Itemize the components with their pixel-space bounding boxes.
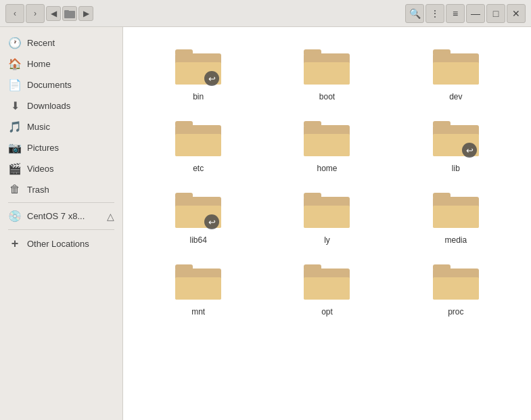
sidebar-home-label: Home: [27, 59, 51, 69]
sidebar-location-other-locations[interactable]: + Other Locations: [0, 233, 122, 255]
sidebar-trash-label: Trash: [27, 185, 49, 195]
file-item-proc[interactable]: proc: [419, 256, 493, 322]
folder-svg: [174, 261, 223, 302]
svg-rect-43: [433, 277, 479, 300]
nav-forward-icon: ›: [34, 9, 37, 18]
close-icon: ✕: [512, 8, 520, 19]
titlebar: ‹ › ◀ ▶ 🔍 ⋮ ≡ — □ ✕: [0, 0, 531, 27]
folder-icon-etc: [174, 118, 223, 161]
nav-back-icon: ‹: [14, 9, 16, 18]
sidebar-home-icon: 🏠: [8, 57, 22, 70]
nav-next-button[interactable]: ▶: [78, 6, 93, 21]
sidebar-divider-1: [8, 202, 114, 203]
svg-rect-9: [304, 62, 350, 85]
device-centos-label: CentOS 7 x8...: [27, 211, 85, 221]
sidebar-item-videos[interactable]: 🎬 Videos: [0, 158, 122, 179]
search-button[interactable]: 🔍: [405, 4, 424, 23]
sidebar-pictures-icon: 📷: [8, 141, 22, 154]
folder-icon: [64, 9, 75, 18]
file-label-home: home: [317, 164, 337, 173]
folder-icon-bin: ↩: [174, 46, 223, 89]
file-item-opt[interactable]: opt: [290, 256, 364, 322]
nav-forward-button[interactable]: ›: [26, 4, 45, 23]
file-label-lib: lib: [452, 164, 460, 173]
sidebar-pictures-label: Pictures: [27, 143, 59, 153]
minimize-button[interactable]: —: [466, 4, 485, 23]
folder-svg: [432, 46, 480, 87]
sidebar-item-pictures[interactable]: 📷 Pictures: [0, 137, 122, 158]
folder-icon-media: [432, 189, 480, 233]
svg-text:↩: ↩: [208, 217, 216, 227]
svg-text:↩: ↩: [208, 74, 216, 84]
sidebar-device-centos[interactable]: 💿 CentOS 7 x8... △: [0, 206, 122, 227]
file-grid: ↩ bin boot: [134, 41, 520, 322]
device-centos-icon: 💿: [8, 210, 22, 223]
sidebar-documents-icon: 📄: [8, 78, 22, 91]
file-label-lib64: lib64: [189, 235, 206, 245]
maximize-icon: □: [493, 8, 499, 19]
svg-rect-12: [433, 62, 479, 85]
nav-next-icon: ▶: [83, 9, 89, 18]
folder-svg: [174, 118, 223, 158]
view-list-button[interactable]: ≡: [446, 4, 465, 23]
breadcrumb-home-button[interactable]: [62, 6, 77, 21]
folder-icon-ly: [302, 189, 351, 233]
view-grid-button[interactable]: ⋮: [425, 4, 444, 23]
folder-svg: [432, 261, 480, 302]
folder-svg: [302, 189, 351, 230]
file-item-media[interactable]: media: [419, 184, 493, 250]
sidebar-downloads-icon: ⬇: [8, 99, 22, 112]
folder-icon-lib: ↩: [432, 118, 480, 161]
file-item-home[interactable]: home: [290, 112, 364, 179]
location-other-locations-label: Other Locations: [27, 239, 89, 249]
folder-icon-opt: [302, 261, 351, 304]
file-label-etc: etc: [193, 164, 204, 173]
folder-icon-dev: [432, 46, 480, 89]
sidebar-item-recent[interactable]: 🕐 Recent: [0, 32, 122, 53]
folder-svg: [302, 46, 351, 87]
file-item-lib64[interactable]: ↩ lib64: [161, 184, 235, 250]
sidebar-item-documents[interactable]: 📄 Documents: [0, 74, 122, 95]
eject-centos-button[interactable]: △: [107, 211, 114, 222]
file-item-dev[interactable]: dev: [419, 41, 493, 107]
maximize-button[interactable]: □: [486, 4, 505, 23]
svg-rect-31: [304, 206, 350, 228]
sidebar-downloads-label: Downloads: [27, 101, 70, 111]
file-label-ly: ly: [324, 235, 330, 245]
minimize-icon: —: [471, 8, 480, 19]
file-label-boot: boot: [319, 92, 335, 101]
location-other-locations-icon: +: [8, 237, 22, 251]
nav-back-button[interactable]: ‹: [5, 4, 24, 23]
file-label-opt: opt: [321, 307, 333, 317]
close-button[interactable]: ✕: [507, 4, 526, 23]
sidebar-item-downloads[interactable]: ⬇ Downloads: [0, 95, 122, 116]
folder-icon-mnt: [174, 261, 223, 304]
sidebar: 🕐 Recent 🏠 Home 📄 Documents ⬇ Downloads …: [0, 27, 123, 420]
folder-svg: [302, 261, 351, 302]
sidebar-item-music[interactable]: 🎵 Music: [0, 116, 122, 137]
svg-rect-1: [64, 10, 69, 12]
file-item-mnt[interactable]: mnt: [161, 256, 235, 322]
file-label-mnt: mnt: [191, 307, 205, 317]
file-label-bin: bin: [193, 92, 204, 101]
file-area: ↩ bin boot: [123, 27, 531, 420]
search-icon: 🔍: [409, 8, 421, 19]
file-label-dev: dev: [449, 92, 462, 101]
sidebar-item-home[interactable]: 🏠 Home: [0, 53, 122, 74]
folder-svg: ↩: [432, 118, 480, 158]
file-item-boot[interactable]: boot: [290, 41, 364, 107]
nav-up-button[interactable]: ◀: [46, 6, 61, 21]
file-label-proc: proc: [448, 307, 463, 317]
sidebar-item-trash[interactable]: 🗑 Trash: [0, 179, 122, 200]
svg-rect-34: [433, 206, 479, 228]
folder-icon-boot: [302, 46, 351, 89]
sidebar-videos-label: Videos: [27, 164, 54, 174]
view-list-icon: ≡: [453, 8, 458, 19]
file-item-bin[interactable]: ↩ bin: [161, 41, 235, 107]
sidebar-documents-label: Documents: [27, 80, 72, 90]
file-item-ly[interactable]: ly: [290, 184, 364, 250]
file-item-etc[interactable]: etc: [161, 112, 235, 179]
file-item-lib[interactable]: ↩ lib: [419, 112, 493, 179]
titlebar-controls: 🔍 ⋮ ≡ — □ ✕: [405, 4, 526, 23]
folder-icon-lib64: ↩: [174, 189, 223, 233]
